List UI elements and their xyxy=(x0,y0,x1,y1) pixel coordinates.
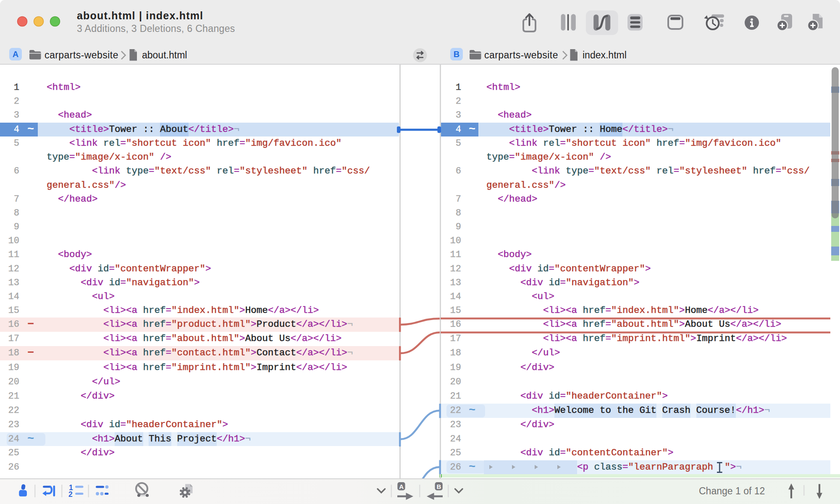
svg-text:A: A xyxy=(399,483,404,490)
svg-text:2: 2 xyxy=(68,490,73,499)
svg-text:B: B xyxy=(437,483,441,490)
